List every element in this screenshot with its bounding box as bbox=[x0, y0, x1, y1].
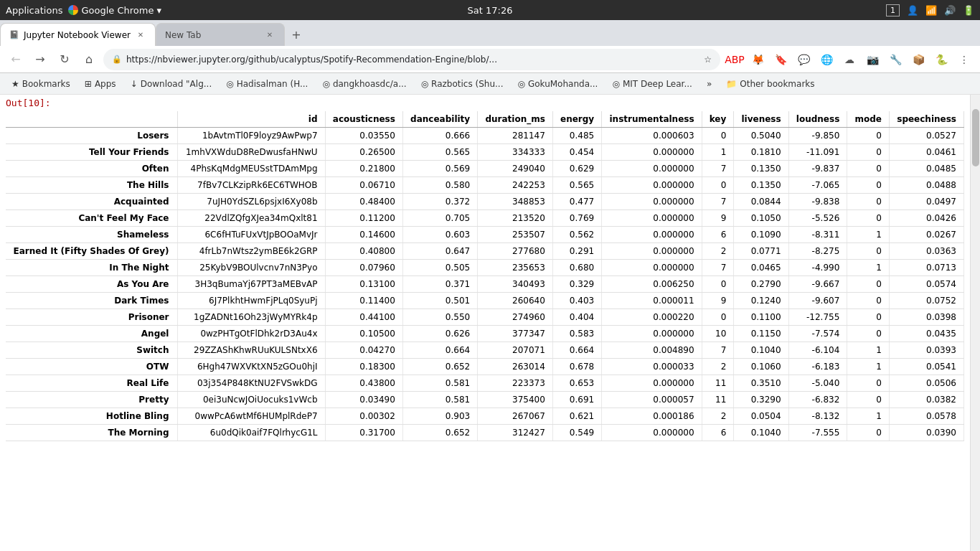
bookmark-star-icon: ★ bbox=[11, 79, 19, 89]
col-header-acousticness: acousticness bbox=[325, 111, 402, 128]
cell-acousticness: 0.11400 bbox=[325, 293, 402, 309]
col-header-instrumentalness: instrumentalness bbox=[602, 111, 702, 128]
cell-duration_ms: 274960 bbox=[478, 309, 553, 326]
cell-instrumentalness: 0.006250 bbox=[602, 276, 702, 293]
cell-loudness: -11.091 bbox=[788, 144, 847, 161]
tab-close-jupyter[interactable]: ✕ bbox=[135, 29, 146, 41]
cell-duration_ms: 340493 bbox=[478, 276, 553, 293]
cell-key: 0 bbox=[702, 128, 734, 144]
wifi-icon: 📶 bbox=[925, 5, 937, 16]
cell-id: 1bAvtmTl0F9loyz9AwPwp7 bbox=[178, 128, 325, 144]
notebook-content[interactable]: Out[10]: id acousticness danceability du… bbox=[0, 95, 970, 551]
bookmark-dang[interactable]: ◎ dangkhoasdc/a... bbox=[316, 77, 412, 90]
ext8-icon[interactable]: 📦 bbox=[908, 50, 928, 70]
cell-danceability: 0.581 bbox=[402, 392, 477, 408]
forward-button[interactable]: → bbox=[30, 50, 50, 70]
cell-loudness: -8.311 bbox=[788, 227, 847, 243]
bookmark-gh-icon1: ◎ bbox=[226, 79, 233, 89]
bookmark-mit[interactable]: ◎ MIT Deep Lear... bbox=[606, 77, 697, 90]
ext1-icon[interactable]: 🦊 bbox=[748, 50, 768, 70]
ext3-icon[interactable]: 💬 bbox=[793, 50, 814, 70]
scrollbar-thumb[interactable] bbox=[972, 109, 979, 166]
bookmark-more[interactable]: » bbox=[701, 77, 717, 90]
cell-liveness: 0.5040 bbox=[734, 128, 788, 144]
col-header-duration: duration_ms bbox=[478, 111, 553, 128]
row-name: Prisoner bbox=[6, 309, 178, 326]
cell-speechiness: 0.0267 bbox=[889, 227, 963, 243]
cell-acousticness: 0.10500 bbox=[325, 326, 402, 342]
toolbar-icons: ABP 🦊 🔖 💬 🌐 ☁️ 📷 🔧 📦 🐍 ⋮ bbox=[725, 50, 974, 70]
scrollbar[interactable] bbox=[970, 95, 980, 551]
cell-instrumentalness: 0.004890 bbox=[602, 342, 702, 359]
cell-danceability: 0.550 bbox=[402, 309, 477, 326]
bookmark-hadisalman[interactable]: ◎ Hadisalman (H... bbox=[220, 77, 314, 90]
cell-key: 11 bbox=[702, 392, 734, 408]
row-name: Hotline Bling bbox=[6, 408, 178, 425]
cell-duration_ms: 277680 bbox=[478, 243, 553, 260]
url-bar[interactable]: 🔒 https://nbviewer.jupyter.org/github/uc… bbox=[103, 49, 720, 70]
cell-acousticness: 0.48400 bbox=[325, 194, 402, 210]
cell-liveness: 0.1040 bbox=[734, 342, 788, 359]
applications-menu[interactable]: Applications bbox=[6, 5, 62, 16]
chrome-menu-icon[interactable]: ⋮ bbox=[954, 50, 974, 70]
cell-mode: 1 bbox=[847, 359, 890, 375]
cell-mode: 1 bbox=[847, 260, 890, 276]
home-button[interactable]: ⌂ bbox=[79, 50, 99, 70]
cell-speechiness: 0.0713 bbox=[889, 260, 963, 276]
table-row: Often4PhsKqMdgMEUSstTDAmMpg0.218000.5692… bbox=[6, 161, 964, 177]
url-text: https://nbviewer.jupyter.org/github/ucal… bbox=[126, 55, 699, 65]
cell-acousticness: 0.03490 bbox=[325, 392, 402, 408]
cell-energy: 0.769 bbox=[552, 210, 601, 227]
cell-duration_ms: 334333 bbox=[478, 144, 553, 161]
cell-instrumentalness: 0.000033 bbox=[602, 359, 702, 375]
cell-id: 7fBv7CLKzipRk6EC6TWHOB bbox=[178, 177, 325, 194]
ext4-icon[interactable]: 🌐 bbox=[816, 50, 837, 70]
chrome-taskbar-icon[interactable]: Google Chrome ▾ bbox=[68, 5, 161, 16]
bookmark-download[interactable]: ↓ Download "Alg... bbox=[125, 77, 218, 90]
col-header-danceability: danceability bbox=[402, 111, 477, 128]
bookmark-razbotics[interactable]: ◎ Razbotics (Shu... bbox=[415, 77, 509, 90]
ext7-icon[interactable]: 🔧 bbox=[885, 50, 905, 70]
bookmark-goku[interactable]: ◎ GokuMohanda... bbox=[512, 77, 603, 90]
cell-acousticness: 0.13100 bbox=[325, 276, 402, 293]
cell-key: 7 bbox=[702, 342, 734, 359]
cell-speechiness: 0.0574 bbox=[889, 276, 963, 293]
bookmark-bookmarks[interactable]: ★ Bookmarks bbox=[6, 77, 76, 90]
ext2-icon[interactable]: 🔖 bbox=[771, 50, 791, 70]
cell-liveness: 0.1060 bbox=[734, 359, 788, 375]
bookmark-apps[interactable]: ⊞ Apps bbox=[79, 77, 122, 90]
reload-button[interactable]: ↻ bbox=[55, 50, 75, 70]
tab-bar: 📓 Jupyter Notebook Viewer ✕ New Tab ✕ + bbox=[0, 20, 980, 46]
adblock-icon[interactable]: ABP bbox=[725, 50, 745, 70]
cell-speechiness: 0.0506 bbox=[889, 375, 963, 392]
tab-newtab[interactable]: New Tab ✕ bbox=[156, 23, 285, 46]
ext9-icon[interactable]: 🐍 bbox=[931, 50, 951, 70]
ext5-icon[interactable]: ☁️ bbox=[839, 50, 859, 70]
cell-duration_ms: 375400 bbox=[478, 392, 553, 408]
cell-duration_ms: 249040 bbox=[478, 161, 553, 177]
data-table-wrapper[interactable]: id acousticness danceability duration_ms… bbox=[0, 111, 970, 441]
cell-liveness: 0.1050 bbox=[734, 210, 788, 227]
cell-loudness: -9.667 bbox=[788, 276, 847, 293]
cell-mode: 0 bbox=[847, 276, 890, 293]
table-row: Tell Your Friends1mhVXWduD8ReDwusfaHNwU0… bbox=[6, 144, 964, 161]
cell-id: 22VdlZQfgXJea34mQxlt81 bbox=[178, 210, 325, 227]
row-name: Can't Feel My Face bbox=[6, 210, 178, 227]
tab-close-newtab[interactable]: ✕ bbox=[264, 29, 275, 41]
cell-liveness: 0.0771 bbox=[734, 243, 788, 260]
ext6-icon[interactable]: 📷 bbox=[862, 50, 882, 70]
table-row: Hotline Bling0wwPcA6wtMf6HUMplRdeP70.003… bbox=[6, 408, 964, 425]
table-row: The Hills7fBv7CLKzipRk6EC6TWHOB0.067100.… bbox=[6, 177, 964, 194]
cell-mode: 0 bbox=[847, 326, 890, 342]
bookmark-other[interactable]: 📁 Other bookmarks bbox=[720, 77, 820, 90]
cell-instrumentalness: 0.000000 bbox=[602, 177, 702, 194]
cell-liveness: 0.3510 bbox=[734, 375, 788, 392]
tab-jupyter[interactable]: 📓 Jupyter Notebook Viewer ✕ bbox=[0, 23, 156, 46]
cell-instrumentalness: 0.000000 bbox=[602, 161, 702, 177]
cell-mode: 0 bbox=[847, 392, 890, 408]
cell-mode: 0 bbox=[847, 375, 890, 392]
cell-id: 6u0dQik0aif7FQlrhycG1L bbox=[178, 425, 325, 441]
back-button[interactable]: ← bbox=[6, 50, 26, 70]
new-tab-button[interactable]: + bbox=[285, 23, 308, 46]
star-icon[interactable]: ☆ bbox=[704, 55, 712, 65]
